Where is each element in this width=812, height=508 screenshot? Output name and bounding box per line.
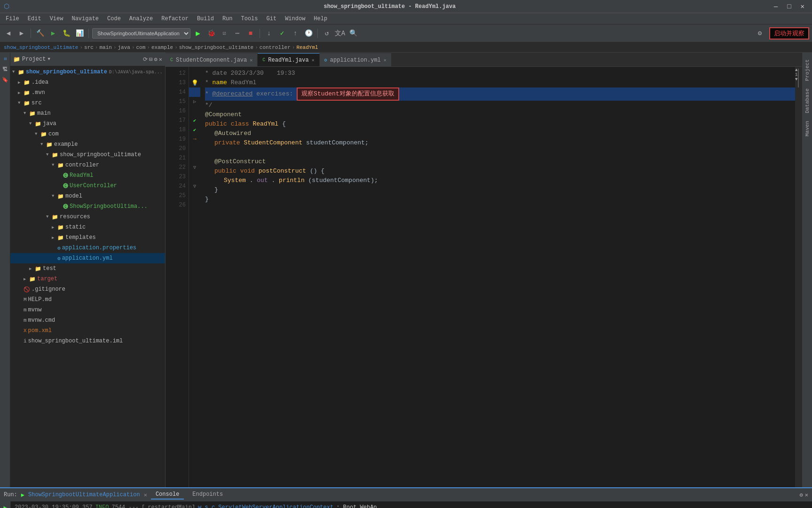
editor-scrollbar[interactable]: ▲ 1 ▼ [795, 67, 802, 487]
tab-studentcomponent[interactable]: C StudentComponent.java ✕ [166, 53, 258, 66]
tree-templates[interactable]: ▶ 📁 templates [10, 232, 165, 243]
profile-button[interactable]: 📊 [74, 28, 85, 39]
restart-btn[interactable]: ▶ [1, 503, 9, 508]
tree-static[interactable]: ▶ 📁 static [10, 222, 165, 232]
tree-helpmd[interactable]: M HELP.md [10, 294, 165, 305]
maven-tab[interactable]: Maven [803, 118, 812, 139]
run-button[interactable]: ▶ [47, 28, 59, 39]
console-content[interactable]: 2023-03-30 19:35:09.357 INFO 7544 --- [ … [11, 501, 812, 508]
menu-item-analyze[interactable]: Analyze [126, 15, 157, 23]
run-config-dropdown[interactable]: ShowSpringbootUltimateApplication [92, 28, 190, 39]
settings-button[interactable]: ⚙ [754, 28, 765, 39]
database-tab[interactable]: Database [803, 86, 812, 116]
panel-settings-icon[interactable]: ⚙ [800, 492, 803, 499]
tree-root[interactable]: ▼ 📁 show_springboot_ultimate D:\JAVA\jav… [10, 67, 165, 77]
debug-button[interactable]: 🐛 [61, 28, 72, 39]
tree-show-springboot[interactable]: ▼ 📁 show_springboot_ultimate [10, 150, 165, 160]
menu-item-navigate[interactable]: Navigate [68, 15, 102, 23]
debug-app-button[interactable]: 🐞 [205, 28, 217, 39]
tree-idea[interactable]: ▶ 📁 .idea [10, 77, 165, 87]
panel-tab-endpoints[interactable]: Endpoints [188, 490, 228, 500]
breadcrumb-part-7[interactable]: controller [260, 45, 291, 50]
breadcrumb-part-3[interactable]: java [118, 45, 130, 50]
tree-test[interactable]: ▶ 📁 test [10, 263, 165, 274]
git-history-button[interactable]: 🕐 [303, 28, 314, 39]
more-run-button[interactable]: ⋯ [232, 28, 243, 39]
menu-item-help[interactable]: Help [310, 15, 331, 23]
breadcrumb-part-0[interactable]: show_springboot_ultimate [4, 45, 78, 50]
gear-icon[interactable]: ⚙ [154, 56, 158, 63]
project-dropdown-icon[interactable]: ▼ [47, 57, 50, 62]
run-app-name[interactable]: ShowSpringbootUltimateApplication [28, 492, 140, 498]
tree-mvnw[interactable]: m mvnw [10, 305, 165, 315]
breadcrumb-part-4[interactable]: com [136, 45, 146, 50]
tree-readyml[interactable]: 🅒 ReadYml [10, 170, 165, 181]
tree-example[interactable]: ▼ 📁 example [10, 139, 165, 150]
tree-target[interactable]: ▶ 📁 target [10, 274, 165, 284]
coverage-button[interactable]: ☑ [219, 28, 230, 39]
tree-usercontroller[interactable]: 🅒 UserController [10, 181, 165, 191]
menu-item-refactor[interactable]: Refactor [158, 15, 192, 23]
minimize-button[interactable]: — [770, 3, 781, 10]
close-panel-icon[interactable]: ✕ [159, 56, 162, 63]
panel-tab-console[interactable]: Console [151, 490, 184, 500]
run2-icon[interactable]: ✔ [193, 127, 196, 133]
panel-close-icon[interactable]: ✕ [805, 492, 808, 499]
menu-item-edit[interactable]: Edit [24, 15, 45, 23]
close-button[interactable]: ✕ [797, 2, 808, 10]
tab-student-close[interactable]: ✕ [250, 57, 252, 63]
maximize-button[interactable]: □ [783, 3, 795, 10]
tab-applicationyml[interactable]: ⚙ application.yml ✕ [320, 53, 392, 66]
collapse-icon[interactable]: ⊟ [149, 56, 152, 63]
menu-item-build[interactable]: Build [193, 15, 218, 23]
bulb-icon[interactable]: 💡 [191, 79, 198, 87]
search-button[interactable]: 🔍 [347, 28, 359, 39]
forward-button[interactable]: ▶ [16, 28, 27, 39]
tab-readyml[interactable]: C ReadYml.java ✕ [258, 53, 319, 66]
sync-icon[interactable]: ⟳ [143, 56, 148, 63]
tree-gitignore[interactable]: 🚫 .gitignore [10, 284, 165, 294]
tree-mvnwcmd[interactable]: m mvnw.cmd [10, 315, 165, 325]
close-run-tab[interactable]: ✕ [144, 492, 147, 499]
tree-resources[interactable]: ▼ 📁 resources [10, 212, 165, 222]
code-content[interactable]: * date 2023/3/30 19:33 * name ReadYml * … [200, 67, 795, 487]
project-icon[interactable]: ≡ [1, 55, 9, 63]
structure-icon[interactable]: 🏗 [1, 65, 9, 73]
translate-button[interactable]: 文A [334, 28, 346, 39]
tab-yml-close[interactable]: ✕ [384, 57, 386, 63]
bookmarks-icon[interactable]: 🔖 [1, 75, 9, 84]
tree-com[interactable]: ▼ 📁 com [10, 129, 165, 139]
fold-22-icon[interactable]: ▽ [193, 165, 196, 170]
stop-button[interactable]: ■ [245, 28, 256, 39]
tree-controller[interactable]: ▼ 📁 controller [10, 160, 165, 170]
menu-item-window[interactable]: Window [281, 15, 309, 23]
tree-mvn[interactable]: ▶ 📁 .mvn [10, 87, 165, 98]
git-push-button[interactable]: ↑ [290, 28, 301, 39]
breadcrumb-part-5[interactable]: example [151, 45, 173, 50]
git-update-button[interactable]: ↓ [263, 28, 275, 39]
run1-icon[interactable]: ✔ [193, 118, 196, 123]
run-app-button[interactable]: ▶ [192, 28, 204, 39]
build-button[interactable]: 🔨 [34, 28, 46, 39]
tree-pomxml[interactable]: X pom.xml [10, 325, 165, 336]
breadcrumb-part-1[interactable]: src [84, 45, 94, 50]
tree-main[interactable]: ▼ 📁 main [10, 108, 165, 119]
menu-item-file[interactable]: File [2, 15, 23, 23]
menu-item-git[interactable]: Git [263, 15, 281, 23]
tree-app-yml[interactable]: ⚙ application.yml [10, 253, 165, 263]
tree-showspringboot-class[interactable]: 🅒 ShowSpringbootUltima... [10, 201, 165, 212]
tab-readyml-close[interactable]: ✕ [312, 57, 315, 63]
arrow-icon[interactable]: → [193, 136, 196, 143]
back-button[interactable]: ◀ [3, 28, 14, 39]
tree-model[interactable]: ▼ 📁 model [10, 191, 165, 201]
git-commit-button[interactable]: ✓ [276, 28, 288, 39]
fold-24-icon[interactable]: ▽ [193, 183, 196, 189]
code-editor[interactable]: 12 13 14 15 16 17 18 19 20 21 22 23 24 2… [166, 67, 802, 487]
tree-app-properties[interactable]: ⚙ application.properties [10, 243, 165, 253]
menu-item-tools[interactable]: Tools [237, 15, 262, 23]
tree-src[interactable]: ▼ 📁 src [10, 98, 165, 108]
undo-button[interactable]: ↺ [321, 28, 332, 39]
project-right-tab[interactable]: Project [803, 56, 812, 84]
fold-15-icon[interactable]: ▷ [193, 99, 196, 104]
menu-item-run[interactable]: Run [219, 15, 237, 23]
